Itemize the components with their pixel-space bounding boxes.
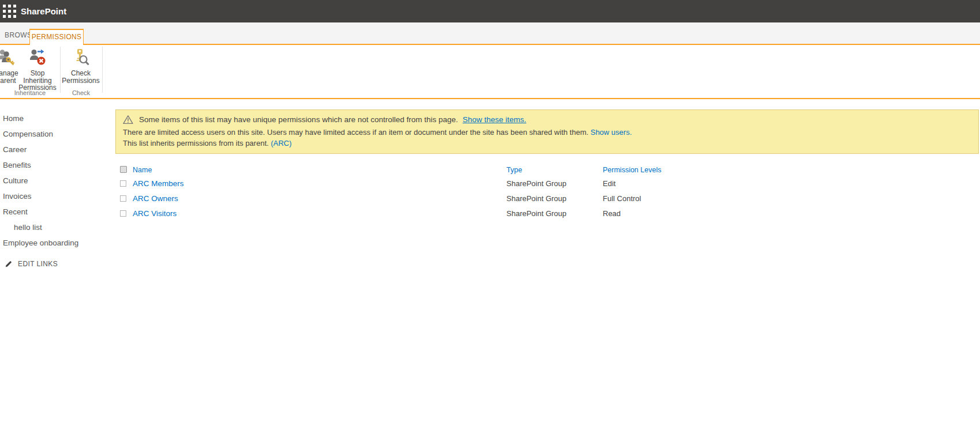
group-link-arc-owners[interactable]: ARC Owners [133, 194, 178, 203]
select-all-checkbox[interactable] [120, 166, 127, 173]
sidebar-item-home[interactable]: Home [3, 111, 107, 126]
table-row: ARC Members SharePoint Group Edit [115, 176, 923, 191]
banner-message-limited-access: There are limited access users on this s… [123, 128, 588, 137]
key-magnifier-icon [72, 58, 90, 68]
permissions-table: Name Type Permission Levels ARC Members … [115, 163, 923, 221]
group-type: SharePoint Group [506, 209, 566, 218]
table-header-row: Name Type Permission Levels [115, 163, 923, 176]
button-label-line1: Check [61, 70, 100, 77]
people-key-icon [0, 58, 15, 68]
permission-level: Edit [603, 179, 615, 188]
table-row: ARC Owners SharePoint Group Full Control [115, 191, 923, 206]
stop-inheriting-permissions-button[interactable]: Stop Inheriting Permissions [16, 48, 59, 92]
sidebar-item-hello-list[interactable]: hello list [3, 220, 107, 235]
parent-site-link[interactable]: (ARC) [271, 139, 291, 148]
sidebar-item-culture[interactable]: Culture [3, 173, 107, 188]
group-link-arc-visitors[interactable]: ARC Visitors [133, 209, 177, 218]
banner-message-unique-permissions: Some items of this list may have unique … [139, 114, 458, 125]
pencil-icon [5, 260, 13, 268]
edit-links-button[interactable]: EDIT LINKS [5, 257, 58, 271]
row-checkbox[interactable] [120, 180, 126, 187]
column-header-type[interactable]: Type [506, 166, 522, 174]
banner-message-inherits-permissions: This list inherits permissions from its … [123, 139, 269, 148]
app-launcher-waffle-icon[interactable] [3, 5, 16, 18]
warning-triangle-icon [123, 115, 133, 124]
check-permissions-button[interactable]: Check Permissions [61, 48, 100, 84]
permission-level: Read [603, 209, 621, 218]
button-label-line1: Stop Inheriting [16, 70, 59, 84]
status-banner: Some items of this list may have unique … [115, 109, 979, 154]
row-checkbox[interactable] [120, 195, 126, 202]
ribbon-tab-row: BROWSE PERMISSIONS [0, 22, 980, 45]
group-type: SharePoint Group [506, 179, 566, 188]
suite-bar-title: SharePoint [21, 0, 66, 22]
sidebar-item-employee-onboarding[interactable]: Employee onboarding [3, 235, 107, 251]
row-checkbox[interactable] [120, 210, 126, 217]
group-link-arc-members[interactable]: ARC Members [133, 179, 184, 188]
ribbon-group-separator [102, 47, 103, 93]
sidebar-item-benefits[interactable]: Benefits [3, 157, 107, 173]
column-header-permission-levels[interactable]: Permission Levels [603, 166, 661, 174]
person-arrow-cancel-icon [28, 58, 47, 68]
sidebar-item-invoices[interactable]: Invoices [3, 188, 107, 204]
show-these-items-link[interactable]: Show these items. [463, 114, 526, 125]
sidebar-item-compensation[interactable]: Compensation [3, 126, 107, 142]
ribbon-body: Manage Parent Stop Inheriting Permission… [0, 45, 980, 99]
ribbon-group-label-inheritance: Inheritance [0, 89, 60, 96]
column-header-name[interactable]: Name [133, 166, 152, 174]
edit-links-label: EDIT LINKS [18, 260, 58, 268]
group-type: SharePoint Group [506, 194, 566, 203]
permission-level: Full Control [603, 194, 641, 203]
sidebar-item-career[interactable]: Career [3, 142, 107, 157]
table-row: ARC Visitors SharePoint Group Read [115, 206, 923, 221]
show-users-link[interactable]: Show users. [591, 128, 632, 137]
sidebar-item-recent[interactable]: Recent [3, 204, 107, 220]
tab-permissions[interactable]: PERMISSIONS [29, 29, 84, 45]
quick-launch-nav: Home Compensation Career Benefits Cultur… [3, 111, 107, 251]
button-label-line2: Permissions [61, 77, 100, 85]
ribbon-group-label-check: Check [60, 89, 102, 96]
suite-bar: SharePoint [0, 0, 980, 22]
ribbon-group-separator [60, 47, 61, 93]
